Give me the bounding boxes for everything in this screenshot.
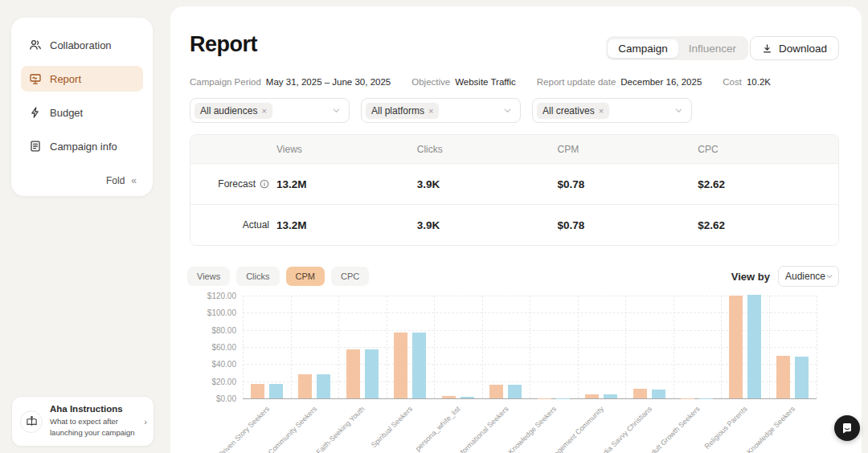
bar-actual[interactable] — [747, 295, 761, 398]
bar-actual[interactable] — [795, 357, 809, 398]
meta-campaign-period: Campaign Period May 31, 2025 – June 30, … — [190, 77, 391, 87]
bar-forecast[interactable] — [633, 389, 647, 398]
chevron-down-icon — [332, 106, 341, 115]
x-axis-category-label: persona_white_list — [414, 405, 462, 453]
x-axis-category-label: Knowledge Seekers — [506, 405, 558, 453]
document-icon — [29, 140, 42, 153]
bar-actual[interactable] — [508, 385, 522, 398]
y-axis-tick-label: $0.00 — [190, 394, 236, 403]
sidebar-item-campaign-info[interactable]: Campaign info — [21, 133, 143, 159]
collapse-icon: « — [131, 175, 137, 186]
bar-forecast[interactable] — [442, 396, 456, 398]
download-label: Download — [779, 43, 827, 55]
chevron-right-icon: › — [144, 417, 147, 426]
y-axis-tick-label: $40.00 — [190, 360, 236, 369]
table-row-actual: Actual 13.2M 3.9K $0.78 $2.62 — [190, 204, 838, 245]
cpm-bar-chart: $120.00$100.00$80.00$60.00$40.00$20.00$0… — [190, 289, 868, 453]
x-axis-line — [243, 398, 817, 399]
gridline-vertical — [578, 296, 579, 398]
gridline-vertical — [482, 296, 483, 398]
bar-forecast[interactable] — [585, 394, 599, 398]
bar-forecast[interactable] — [776, 356, 790, 398]
tab-clicks[interactable]: Clicks — [236, 267, 279, 286]
gridline-vertical — [769, 296, 770, 398]
bar-actual[interactable] — [652, 390, 665, 398]
bar-actual[interactable] — [365, 349, 379, 398]
x-axis-category-label: Adult Growth Seekers — [645, 405, 701, 453]
chat-bubble-icon — [841, 422, 854, 435]
row-label: Actual — [243, 219, 269, 231]
chat-launcher-button[interactable] — [834, 415, 860, 441]
download-icon — [762, 43, 772, 54]
x-axis-category-label: Faith-Seeking Youth — [315, 405, 366, 453]
tab-cpm[interactable]: CPM — [286, 267, 325, 286]
bar-forecast[interactable] — [298, 374, 312, 398]
chevron-down-icon — [503, 106, 512, 115]
audiences-filter[interactable]: All audiences × — [190, 98, 350, 123]
gridline-vertical — [530, 296, 530, 398]
bar-forecast[interactable] — [489, 385, 503, 398]
chart-metric-tabs: Views Clicks CPM CPC — [187, 267, 369, 286]
lightning-icon — [29, 106, 42, 119]
bar-actual[interactable] — [269, 384, 283, 398]
info-icon[interactable] — [260, 179, 269, 189]
remove-tag-icon[interactable]: × — [599, 106, 604, 116]
remove-tag-icon[interactable]: × — [428, 106, 433, 116]
platforms-filter[interactable]: All platforms × — [361, 98, 521, 123]
gridline-vertical — [817, 296, 817, 398]
fold-button[interactable]: Fold « — [106, 175, 137, 186]
gridline-vertical — [434, 296, 435, 398]
aha-instructions-card[interactable]: Aha Instructions What to expect after la… — [11, 396, 154, 447]
row-label: Forecast — [218, 178, 256, 190]
download-button[interactable]: Download — [750, 36, 839, 60]
toggle-influencer[interactable]: Influencer — [678, 39, 747, 58]
sidebar-item-collaboration[interactable]: Collaboration — [21, 32, 143, 58]
bar-actual[interactable] — [461, 397, 474, 398]
view-by-select[interactable]: Audience — [778, 266, 839, 287]
gridline-vertical — [674, 296, 674, 398]
bar-actual[interactable] — [317, 374, 330, 398]
bar-actual[interactable] — [604, 394, 617, 398]
bar-actual[interactable] — [412, 333, 426, 398]
chevron-down-icon — [825, 272, 833, 280]
gridline-vertical — [721, 296, 722, 398]
x-axis-category-label: Community Seekers — [267, 405, 318, 453]
sidebar-item-budget[interactable]: Budget — [21, 100, 143, 125]
platforms-filter-chip: All platforms × — [366, 103, 439, 119]
aha-card-text: Aha Instructions What to expect after la… — [50, 404, 137, 439]
col-cpc: CPC — [698, 144, 838, 155]
view-by-control: View by Audience — [731, 266, 839, 287]
sidebar-item-label: Budget — [50, 107, 83, 119]
y-axis-tick-label: $80.00 — [190, 325, 236, 334]
bar-forecast[interactable] — [346, 349, 360, 398]
campaign-meta: Campaign Period May 31, 2025 – June 30, … — [190, 77, 771, 87]
creatives-filter[interactable]: All creatives × — [532, 98, 692, 123]
meta-objective: Objective Website Traffic — [411, 77, 516, 87]
x-axis-category-label: Driven Story Seekers — [217, 405, 271, 453]
view-by-label: View by — [731, 271, 770, 283]
fold-label: Fold — [106, 175, 125, 186]
presentation-icon — [29, 72, 42, 85]
report-type-toggle: Campaign Influencer — [606, 36, 748, 60]
gridline-vertical — [625, 296, 626, 398]
sidebar: Collaboration Report Budget Campaign inf… — [11, 18, 153, 196]
col-cpm: CPM — [558, 144, 698, 155]
sidebar-item-label: Campaign info — [50, 141, 117, 153]
y-axis-tick-label: $120.00 — [190, 292, 236, 300]
tab-views[interactable]: Views — [187, 267, 230, 286]
tab-cpc[interactable]: CPC — [331, 267, 369, 286]
bar-forecast[interactable] — [394, 333, 407, 398]
toggle-campaign[interactable]: Campaign — [608, 39, 678, 58]
gridline-vertical — [243, 296, 244, 398]
y-axis-tick-label: $60.00 — [190, 343, 236, 352]
gridline-vertical — [387, 296, 387, 398]
sidebar-item-label: Report — [50, 73, 81, 85]
bar-forecast[interactable] — [251, 384, 264, 398]
bar-forecast[interactable] — [729, 296, 743, 398]
col-views: Views — [276, 144, 417, 155]
y-axis-tick-label: $100.00 — [190, 308, 236, 317]
remove-tag-icon[interactable]: × — [261, 106, 266, 116]
x-axis-category-label: Informational Seekers — [454, 405, 510, 453]
sidebar-item-report[interactable]: Report — [21, 66, 143, 92]
chevron-down-icon — [674, 106, 683, 115]
